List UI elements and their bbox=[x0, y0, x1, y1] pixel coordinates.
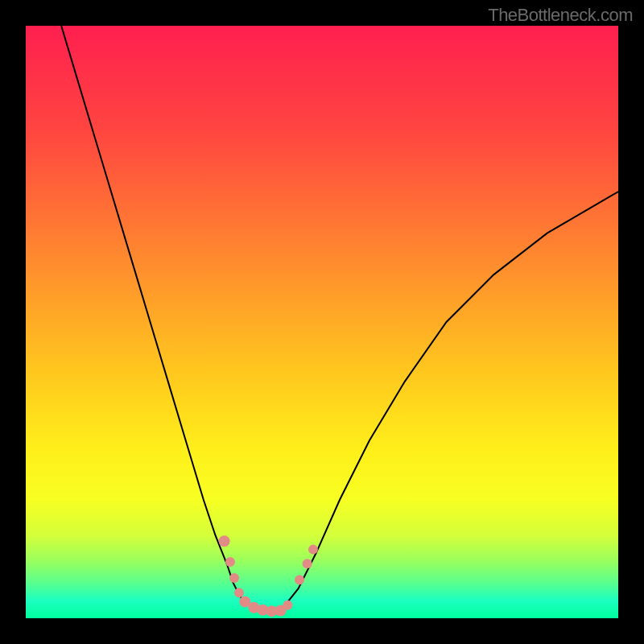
curve-right-branch bbox=[287, 192, 618, 604]
marker-point bbox=[229, 573, 239, 583]
curve-left-branch bbox=[61, 26, 245, 604]
marker-point bbox=[308, 545, 318, 555]
plot-area bbox=[26, 26, 618, 618]
chart-curves bbox=[26, 26, 618, 618]
marker-point bbox=[219, 535, 230, 547]
marker-point bbox=[225, 557, 235, 567]
marker-point bbox=[303, 559, 312, 568]
watermark-text: TheBottleneck.com bbox=[488, 5, 633, 26]
marker-point bbox=[283, 601, 292, 610]
marker-point bbox=[234, 588, 244, 597]
marker-point bbox=[295, 575, 304, 584]
